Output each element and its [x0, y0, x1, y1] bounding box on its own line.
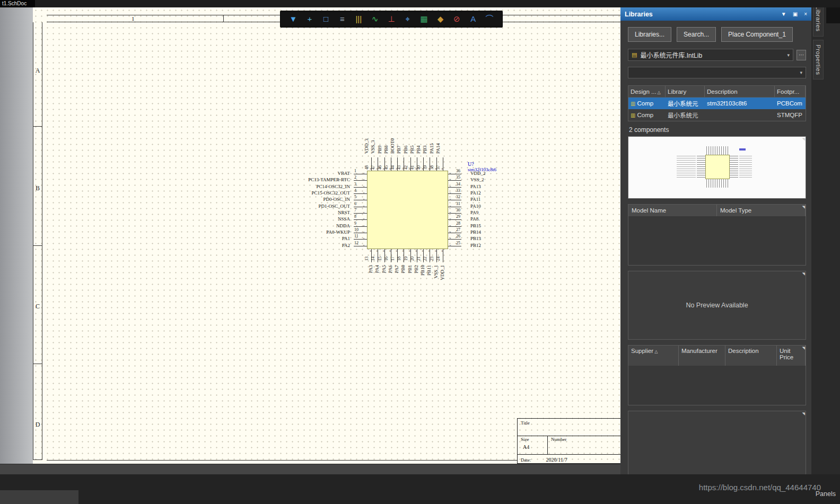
pin-line [354, 207, 367, 207]
pin-name: PA7 [395, 265, 399, 273]
supplier-table: Supplier△ManufacturerDescriptionUnit Pri… [628, 345, 806, 405]
component-filter-dropdown[interactable]: ▾ [628, 67, 806, 78]
library-dropdown-value: 最小系统元件库.IntLib [640, 50, 702, 59]
supplier-table-body [628, 366, 806, 405]
pin-name: PB10 [421, 265, 425, 276]
library-dropdown[interactable]: ▤ 最小系统元件库.IntLib ▾ [628, 49, 793, 61]
component-body[interactable] [367, 171, 448, 249]
pin-name: PC14-OSC32_IN [251, 184, 350, 189]
pin-name: PB1 [408, 265, 413, 273]
component-stm32f103c8t6[interactable]: U?stm32f103c8t61VBAT×2PC13-TAMPER-RTC×3P… [33, 7, 620, 464]
pin-number: 19 [404, 257, 408, 261]
panel-menu-icon[interactable]: ▼ [781, 11, 786, 17]
place-component-button[interactable]: Place Component_1 [721, 27, 793, 42]
supplier-header-unit-price[interactable]: Unit Price [777, 346, 806, 366]
ic-part-icon[interactable]: ▦ [417, 12, 432, 26]
pin-line [354, 213, 367, 214]
section-grip-icon[interactable]: ◥ [802, 137, 805, 141]
section-grip-icon[interactable]: ◥ [802, 205, 805, 209]
panel-header: Libraries ▼ ▣ × [620, 7, 811, 21]
horizontal-scrollbar[interactable] [0, 464, 620, 474]
pin-cross-icon: × [363, 217, 365, 221]
pin-name: PA15 [429, 143, 434, 154]
search-button[interactable]: Search... [677, 27, 716, 42]
pin-name: VSS_2 [470, 177, 484, 182]
libraries-button[interactable]: Libraries... [628, 27, 671, 42]
schematic-canvas[interactable]: 1 ABCD U?stm32f103c8t61VBAT×2PC13-TAMPER… [0, 7, 620, 464]
components-header-library[interactable]: Library [666, 86, 705, 98]
pin-cross-icon: × [422, 249, 424, 253]
pin-number: 42 [404, 165, 408, 170]
supplier-header-manufacturer[interactable]: Manufacturer [679, 346, 725, 366]
bars-icon[interactable]: ||| [351, 12, 366, 26]
align-icon[interactable]: ≡ [335, 12, 350, 26]
component-row[interactable]: ▥Comp最小系统元STMQFP [628, 109, 806, 121]
parameter-tag-icon[interactable]: ◆ [433, 12, 448, 26]
pin-number: 20 [410, 257, 415, 261]
pin-name: PB6 [403, 145, 408, 154]
pin-name: PD1-OSC_OUT [251, 204, 350, 209]
selection-icon[interactable]: □ [319, 12, 334, 26]
pin-name: BOOT0 [390, 138, 395, 154]
pin-name: PC13-TAMPER-RTC [251, 177, 350, 182]
arc-icon[interactable]: ⌒ [482, 12, 497, 26]
pin-number: 16 [384, 257, 389, 261]
pin-cross-icon: × [363, 224, 365, 228]
pin-name: NSSA [251, 216, 350, 222]
pin-cross-icon: × [363, 172, 365, 175]
pin-cross-icon: × [363, 205, 365, 208]
pin-name: PB11 [427, 265, 432, 276]
supplier-detail-box: ◥ [628, 411, 806, 478]
panel-tab-strip: Libraries Properties [811, 0, 840, 504]
pin-cross-icon: × [449, 211, 451, 215]
pin-number: 18 [397, 257, 401, 261]
pin-name: PB13 [470, 236, 481, 241]
pin-cross-icon: × [363, 244, 365, 247]
no-erc-icon[interactable]: ⊘ [449, 12, 464, 26]
section-grip-icon[interactable]: ◥ [802, 272, 805, 276]
pin-line [354, 219, 367, 220]
components-header-design[interactable]: Design ...△ [628, 86, 666, 98]
wave-icon[interactable]: ∿ [368, 12, 382, 26]
panel-close-icon[interactable]: × [804, 11, 807, 17]
pin-line [354, 174, 367, 174]
text-string-icon[interactable]: A [466, 12, 480, 26]
model-type-header[interactable]: Model Type [717, 205, 806, 216]
model-name-header[interactable]: Model Name [628, 205, 717, 216]
pin-cross-icon: × [363, 237, 365, 241]
section-grip-icon[interactable]: ◥ [802, 412, 805, 415]
components-header-footprint[interactable]: Footpr... [775, 86, 806, 98]
components-header-description[interactable]: Description [705, 86, 775, 98]
pin-cross-icon: × [449, 237, 451, 241]
pin-number: 38 [430, 165, 434, 170]
pin-cross-icon: × [449, 231, 451, 234]
probe-icon[interactable]: ⌖ [400, 12, 415, 26]
pin-name: PA11 [470, 197, 480, 202]
supplier-header-supplier[interactable]: Supplier△ [628, 346, 679, 366]
pin-cross-icon: × [415, 249, 417, 253]
panel-pin-icon[interactable]: ▣ [793, 11, 798, 17]
schematic-sheet[interactable]: 1 ABCD U?stm32f103c8t61VBAT×2PC13-TAMPER… [33, 7, 620, 464]
more-button[interactable]: ··· [797, 50, 806, 60]
titleblock-date-value: 2020/11/7 [546, 457, 567, 463]
component-designator[interactable]: U? [468, 162, 474, 167]
crosshair-icon[interactable]: + [302, 12, 317, 26]
power-port-icon[interactable]: ⊥ [384, 12, 399, 26]
symbol-preview: ◥ [628, 136, 806, 199]
panels-button[interactable]: Panels [816, 490, 836, 498]
supplier-header-description[interactable]: Description [725, 346, 777, 366]
pin-cross-icon: × [435, 249, 437, 253]
titleblock-size-label: Size [521, 437, 547, 442]
filter-icon[interactable]: ▼ [286, 12, 301, 26]
pin-cross-icon: × [449, 244, 451, 247]
section-grip-icon[interactable]: ◥ [802, 346, 805, 350]
pin-name: VDD_3 [364, 139, 369, 154]
pin-name: PA6 [388, 265, 393, 273]
tab-properties[interactable]: Properties [813, 40, 824, 79]
document-tab[interactable]: t1.SchDoc [0, 0, 35, 7]
chevron-down-icon: ▾ [800, 70, 802, 75]
altium-app: t1.SchDoc 1 ABCD U?stm32f103c8t61VBAT×2P… [0, 0, 840, 504]
component-row[interactable]: ▥Comp最小系统元stm32f103c8t6PCBCom [628, 98, 806, 109]
pin-name: PB9 [377, 145, 382, 154]
pin-cross-icon: × [449, 191, 451, 195]
